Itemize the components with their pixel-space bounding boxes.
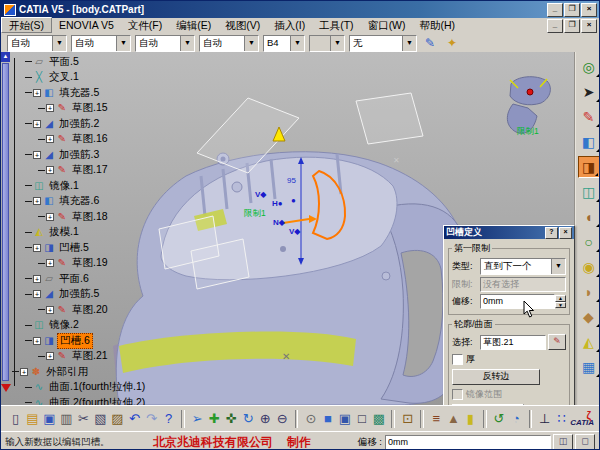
- tree-item-label[interactable]: 凹槽.6: [57, 333, 93, 349]
- groove-icon[interactable]: ○: [578, 231, 600, 253]
- tree-item-label[interactable]: 拔模.1: [47, 225, 81, 239]
- menu-item-3[interactable]: 文件(F): [121, 18, 169, 32]
- clock-icon[interactable]: ◔: [508, 409, 525, 429]
- expand-icon[interactable]: +: [46, 306, 54, 314]
- expand-icon[interactable]: +: [46, 259, 54, 267]
- expand-icon[interactable]: +: [33, 275, 41, 283]
- pad-icon[interactable]: ◧: [578, 131, 600, 153]
- restore-icon[interactable]: ❐: [564, 3, 580, 17]
- help-icon[interactable]: ?: [160, 409, 177, 429]
- expand-icon[interactable]: +: [33, 337, 41, 345]
- expand-icon[interactable]: +: [46, 213, 54, 221]
- tree-item-label[interactable]: 平面.5: [47, 55, 81, 69]
- tree-item-镜像.1[interactable]: ◫镜像.1: [10, 178, 240, 194]
- tree-item-平面.5[interactable]: ▱平面.5: [10, 54, 240, 70]
- pan-icon[interactable]: ✜: [223, 409, 240, 429]
- tree-item-草图.17[interactable]: +✎草图.17: [10, 163, 240, 179]
- tree-item-label[interactable]: 加强筋.2: [57, 117, 101, 131]
- pocket-icon[interactable]: ◨: [578, 156, 600, 178]
- tree-item-label[interactable]: 草图.15: [70, 101, 110, 115]
- menu-item-5[interactable]: 视图(V): [218, 18, 267, 32]
- power-input-icon[interactable]: ◫: [553, 434, 573, 450]
- chamfer-icon[interactable]: ◆: [578, 306, 600, 328]
- expand-icon[interactable]: +: [46, 135, 54, 143]
- dialog-titlebar[interactable]: 凹槽定义 ? ×: [444, 226, 574, 239]
- rotate-icon[interactable]: ↻: [240, 409, 257, 429]
- expand-icon[interactable]: +: [46, 104, 54, 112]
- doc-restore-icon[interactable]: ❐: [564, 19, 580, 33]
- reverse-side-button[interactable]: 反转边: [452, 369, 540, 385]
- chevron-down-icon[interactable]: ▼: [290, 36, 304, 51]
- expand-icon[interactable]: +: [33, 151, 41, 159]
- undo-icon[interactable]: ↶: [126, 409, 143, 429]
- doc-close-icon[interactable]: ×: [581, 19, 597, 33]
- expand-icon[interactable]: +: [33, 120, 41, 128]
- minimize-icon[interactable]: _: [547, 3, 563, 17]
- pattern-icon[interactable]: ▦: [578, 356, 600, 378]
- dialog-close-icon[interactable]: ×: [559, 227, 572, 239]
- tree-item-label[interactable]: 填充器.6: [57, 194, 101, 208]
- select-cursor-icon[interactable]: ➤: [578, 81, 600, 103]
- mass-properties-icon[interactable]: ▮: [462, 409, 479, 429]
- tree-item-label[interactable]: 交叉.1: [47, 70, 81, 84]
- hole-icon[interactable]: ◉: [578, 256, 600, 278]
- knowledge-icon[interactable]: ↺: [491, 409, 508, 429]
- open-icon[interactable]: ▤: [24, 409, 41, 429]
- tree-item-草图.16[interactable]: +✎草图.16: [10, 132, 240, 148]
- tree-item-label[interactable]: 镜像.1: [47, 179, 81, 193]
- tree-item-凹槽.6[interactable]: +◨凹槽.6: [10, 333, 240, 349]
- axis-system-icon[interactable]: ⊥: [536, 409, 553, 429]
- tree-item-label[interactable]: 凹槽.5: [57, 241, 91, 255]
- expand-icon[interactable]: +: [20, 368, 28, 376]
- fillet-icon[interactable]: ◗: [578, 281, 600, 303]
- expand-icon[interactable]: +: [46, 352, 54, 360]
- normal-view-icon[interactable]: ⊙: [302, 409, 319, 429]
- tree-scroll-thumb[interactable]: [2, 63, 9, 381]
- new-icon[interactable]: ▯: [7, 409, 24, 429]
- tree-item-镜像.2[interactable]: ◫镜像.2: [10, 318, 240, 334]
- chevron-down-icon[interactable]: ▼: [180, 36, 194, 51]
- viewport-3d[interactable]: 95 V◆ H● ● N◆ V◆ 限制1 ✕ ✕: [1, 52, 600, 405]
- tree-scrollbar[interactable]: ▲: [1, 52, 10, 397]
- menu-item-9[interactable]: 帮助(H): [413, 18, 463, 32]
- expand-icon[interactable]: +: [33, 290, 41, 298]
- close-icon[interactable]: ×: [581, 3, 597, 17]
- lock-update-icon[interactable]: ⊡: [399, 409, 416, 429]
- workbench-icon[interactable]: ◎: [578, 56, 600, 78]
- wand-icon[interactable]: ✦: [443, 35, 461, 51]
- redo-icon[interactable]: ↷: [143, 409, 160, 429]
- tree-item-外部引用[interactable]: +✽外部引用: [10, 364, 240, 380]
- tree-item-label[interactable]: 平面.6: [57, 272, 91, 286]
- chevron-down-icon[interactable]: ▼: [551, 259, 565, 274]
- mirror-icon[interactable]: ◫: [578, 181, 600, 203]
- tree-item-label[interactable]: 草图.19: [70, 256, 110, 270]
- tree-item-label[interactable]: 草图.17: [70, 163, 110, 177]
- filter-combo-4[interactable]: 自动▼: [199, 35, 259, 52]
- offset-spinner[interactable]: ▲ ▼: [555, 295, 566, 308]
- chevron-down-icon[interactable]: ▼: [402, 36, 416, 51]
- quick-view-icon[interactable]: ▩: [370, 409, 387, 429]
- tree-item-草图.15[interactable]: +✎草图.15: [10, 101, 240, 117]
- menu-item-2[interactable]: ENOVIA V5: [52, 18, 121, 32]
- tree-item-平面.6[interactable]: +▱平面.6: [10, 271, 240, 287]
- draft-icon[interactable]: ◭: [578, 331, 600, 353]
- sketcher-icon[interactable]: ✎: [578, 106, 600, 128]
- save-icon[interactable]: ▣: [41, 409, 58, 429]
- tree-item-曲面.2(fourth!拉伸.2)[interactable]: ∿曲面.2(fourth!拉伸.2): [10, 395, 240, 405]
- zoom-out-icon[interactable]: ⊖: [274, 409, 291, 429]
- tree-item-label[interactable]: 草图.20: [70, 303, 110, 317]
- chevron-down-icon[interactable]: ▼: [330, 36, 344, 51]
- tree-item-草图.19[interactable]: +✎草图.19: [10, 256, 240, 272]
- offset-field[interactable]: 0mm: [480, 294, 555, 309]
- shaded-edges-icon[interactable]: ▣: [336, 409, 353, 429]
- spin-down-icon[interactable]: ▼: [555, 302, 566, 309]
- tree-item-label[interactable]: 曲面.1(fourth!拉伸.1): [47, 380, 147, 394]
- status-offset-input[interactable]: 0mm: [385, 435, 551, 450]
- menu-item-4[interactable]: 编辑(E): [169, 18, 218, 32]
- tree-item-label[interactable]: 草图.18: [70, 210, 110, 224]
- copy-icon[interactable]: ▧: [92, 409, 109, 429]
- chevron-down-icon[interactable]: ▼: [52, 36, 66, 51]
- expand-icon[interactable]: +: [46, 166, 54, 174]
- tree-item-拔模.1[interactable]: ◭拔模.1: [10, 225, 240, 241]
- filter-combo-7[interactable]: 无▼: [349, 35, 417, 52]
